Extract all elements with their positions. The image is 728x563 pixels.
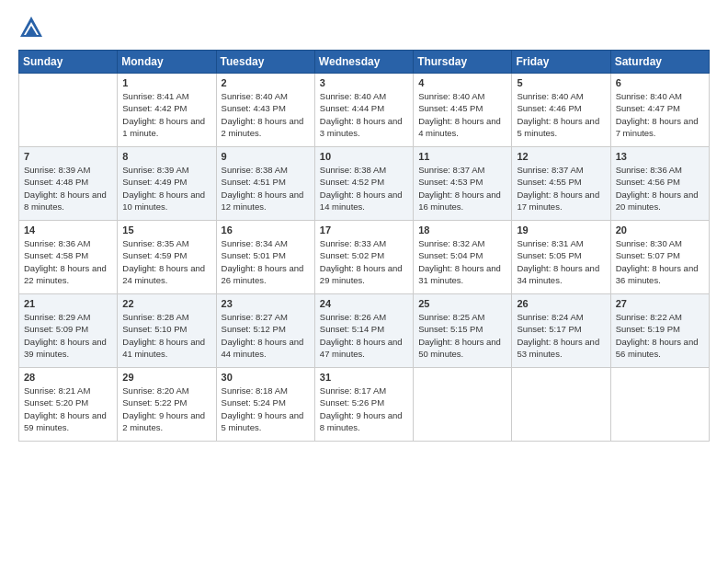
cell-info: Sunrise: 8:35 AMSunset: 4:59 PMDaylight:… <box>122 238 205 285</box>
calendar-cell: 9 Sunrise: 8:38 AMSunset: 4:51 PMDayligh… <box>216 147 314 221</box>
cell-info: Sunrise: 8:40 AMSunset: 4:43 PMDaylight:… <box>222 91 304 138</box>
calendar-cell: 1 Sunrise: 8:41 AMSunset: 4:42 PMDayligh… <box>118 74 216 147</box>
cell-info: Sunrise: 8:27 AMSunset: 5:12 PMDaylight:… <box>222 312 304 359</box>
day-number: 30 <box>222 372 310 383</box>
cell-info: Sunrise: 8:25 AMSunset: 5:15 PMDaylight:… <box>418 312 501 359</box>
cell-info: Sunrise: 8:37 AMSunset: 4:53 PMDaylight:… <box>418 165 501 212</box>
calendar-cell: 3 Sunrise: 8:40 AMSunset: 4:44 PMDayligh… <box>314 74 413 147</box>
cell-info: Sunrise: 8:30 AMSunset: 5:07 PMDaylight:… <box>616 238 699 285</box>
logo-icon <box>18 15 44 40</box>
calendar-cell <box>610 368 709 442</box>
day-header: Saturday <box>610 51 709 74</box>
cell-info: Sunrise: 8:38 AMSunset: 4:51 PMDaylight:… <box>222 165 304 212</box>
cell-info: Sunrise: 8:40 AMSunset: 4:45 PMDaylight:… <box>418 91 501 138</box>
cell-info: Sunrise: 8:39 AMSunset: 4:49 PMDaylight:… <box>122 165 205 212</box>
calendar-cell: 30 Sunrise: 8:18 AMSunset: 5:24 PMDaylig… <box>216 368 314 442</box>
cell-info: Sunrise: 8:33 AMSunset: 5:02 PMDaylight:… <box>320 238 403 285</box>
calendar-cell <box>414 368 512 442</box>
calendar-week-row: 21 Sunrise: 8:29 AMSunset: 5:09 PMDaylig… <box>19 294 710 368</box>
day-number: 7 <box>24 151 112 162</box>
calendar-cell: 17 Sunrise: 8:33 AMSunset: 5:02 PMDaylig… <box>314 221 413 294</box>
day-number: 20 <box>616 224 704 236</box>
calendar-cell: 5 Sunrise: 8:40 AMSunset: 4:46 PMDayligh… <box>512 74 610 147</box>
cell-info: Sunrise: 8:38 AMSunset: 4:52 PMDaylight:… <box>320 165 403 212</box>
cell-info: Sunrise: 8:22 AMSunset: 5:19 PMDaylight:… <box>616 312 699 359</box>
calendar-cell: 7 Sunrise: 8:39 AMSunset: 4:48 PMDayligh… <box>19 147 118 221</box>
page: SundayMondayTuesdayWednesdayThursdayFrid… <box>0 0 728 563</box>
cell-info: Sunrise: 8:41 AMSunset: 4:42 PMDaylight:… <box>122 91 205 138</box>
day-number: 27 <box>616 298 704 309</box>
day-number: 28 <box>24 372 112 383</box>
cell-info: Sunrise: 8:40 AMSunset: 4:47 PMDaylight:… <box>616 91 699 138</box>
calendar-cell: 16 Sunrise: 8:34 AMSunset: 5:01 PMDaylig… <box>216 221 314 294</box>
calendar-cell: 18 Sunrise: 8:32 AMSunset: 5:04 PMDaylig… <box>414 221 512 294</box>
day-number: 18 <box>418 224 506 236</box>
cell-info: Sunrise: 8:28 AMSunset: 5:10 PMDaylight:… <box>122 312 205 359</box>
day-number: 25 <box>418 298 506 309</box>
day-number: 13 <box>616 151 704 162</box>
calendar-cell: 19 Sunrise: 8:31 AMSunset: 5:05 PMDaylig… <box>512 221 610 294</box>
day-number: 4 <box>418 77 506 88</box>
day-number: 21 <box>24 298 112 309</box>
day-header: Monday <box>118 51 216 74</box>
calendar-cell: 10 Sunrise: 8:38 AMSunset: 4:52 PMDaylig… <box>314 147 413 221</box>
cell-info: Sunrise: 8:29 AMSunset: 5:09 PMDaylight:… <box>24 312 107 359</box>
calendar-cell: 15 Sunrise: 8:35 AMSunset: 4:59 PMDaylig… <box>118 221 216 294</box>
cell-info: Sunrise: 8:26 AMSunset: 5:14 PMDaylight:… <box>320 312 403 359</box>
day-header: Tuesday <box>216 51 314 74</box>
calendar-week-row: 14 Sunrise: 8:36 AMSunset: 4:58 PMDaylig… <box>19 221 710 294</box>
calendar-cell: 26 Sunrise: 8:24 AMSunset: 5:17 PMDaylig… <box>512 294 610 368</box>
day-number: 22 <box>122 298 210 309</box>
day-number: 10 <box>320 151 408 162</box>
calendar-week-row: 28 Sunrise: 8:21 AMSunset: 5:20 PMDaylig… <box>19 368 710 442</box>
cell-info: Sunrise: 8:34 AMSunset: 5:01 PMDaylight:… <box>222 238 304 285</box>
day-number: 1 <box>122 77 210 88</box>
cell-info: Sunrise: 8:37 AMSunset: 4:55 PMDaylight:… <box>517 165 599 212</box>
day-number: 14 <box>24 224 112 236</box>
cell-info: Sunrise: 8:36 AMSunset: 4:58 PMDaylight:… <box>24 238 107 285</box>
logo <box>18 15 48 40</box>
day-header: Sunday <box>19 51 118 74</box>
day-number: 15 <box>122 224 210 236</box>
calendar-cell: 14 Sunrise: 8:36 AMSunset: 4:58 PMDaylig… <box>19 221 118 294</box>
day-number: 19 <box>517 224 605 236</box>
day-header: Thursday <box>414 51 512 74</box>
cell-info: Sunrise: 8:36 AMSunset: 4:56 PMDaylight:… <box>616 165 699 212</box>
calendar-cell: 2 Sunrise: 8:40 AMSunset: 4:43 PMDayligh… <box>216 74 314 147</box>
day-number: 8 <box>122 151 210 162</box>
calendar-cell <box>512 368 610 442</box>
day-number: 16 <box>222 224 310 236</box>
calendar-cell: 31 Sunrise: 8:17 AMSunset: 5:26 PMDaylig… <box>314 368 413 442</box>
cell-info: Sunrise: 8:40 AMSunset: 4:44 PMDaylight:… <box>320 91 403 138</box>
calendar-cell: 28 Sunrise: 8:21 AMSunset: 5:20 PMDaylig… <box>19 368 118 442</box>
calendar-cell: 25 Sunrise: 8:25 AMSunset: 5:15 PMDaylig… <box>414 294 512 368</box>
header <box>18 15 710 40</box>
cell-info: Sunrise: 8:32 AMSunset: 5:04 PMDaylight:… <box>418 238 501 285</box>
calendar-cell: 22 Sunrise: 8:28 AMSunset: 5:10 PMDaylig… <box>118 294 216 368</box>
calendar-cell: 27 Sunrise: 8:22 AMSunset: 5:19 PMDaylig… <box>610 294 709 368</box>
cell-info: Sunrise: 8:21 AMSunset: 5:20 PMDaylight:… <box>24 385 107 432</box>
day-number: 29 <box>122 372 210 383</box>
calendar-cell: 12 Sunrise: 8:37 AMSunset: 4:55 PMDaylig… <box>512 147 610 221</box>
cell-info: Sunrise: 8:18 AMSunset: 5:24 PMDaylight:… <box>222 385 304 432</box>
day-number: 3 <box>320 77 408 88</box>
calendar-cell: 6 Sunrise: 8:40 AMSunset: 4:47 PMDayligh… <box>610 74 709 147</box>
calendar-week-row: 7 Sunrise: 8:39 AMSunset: 4:48 PMDayligh… <box>19 147 710 221</box>
calendar-cell: 21 Sunrise: 8:29 AMSunset: 5:09 PMDaylig… <box>19 294 118 368</box>
calendar-week-row: 1 Sunrise: 8:41 AMSunset: 4:42 PMDayligh… <box>19 74 710 147</box>
day-number: 23 <box>222 298 310 309</box>
calendar-cell: 8 Sunrise: 8:39 AMSunset: 4:49 PMDayligh… <box>118 147 216 221</box>
header-row: SundayMondayTuesdayWednesdayThursdayFrid… <box>19 51 710 74</box>
day-header: Friday <box>512 51 610 74</box>
day-number: 31 <box>320 372 408 383</box>
calendar-cell: 23 Sunrise: 8:27 AMSunset: 5:12 PMDaylig… <box>216 294 314 368</box>
day-number: 6 <box>616 77 704 88</box>
calendar-cell: 13 Sunrise: 8:36 AMSunset: 4:56 PMDaylig… <box>610 147 709 221</box>
day-number: 9 <box>222 151 310 162</box>
day-number: 5 <box>517 77 605 88</box>
cell-info: Sunrise: 8:40 AMSunset: 4:46 PMDaylight:… <box>517 91 599 138</box>
day-header: Wednesday <box>314 51 413 74</box>
calendar-cell: 24 Sunrise: 8:26 AMSunset: 5:14 PMDaylig… <box>314 294 413 368</box>
calendar-cell: 20 Sunrise: 8:30 AMSunset: 5:07 PMDaylig… <box>610 221 709 294</box>
day-number: 24 <box>320 298 408 309</box>
